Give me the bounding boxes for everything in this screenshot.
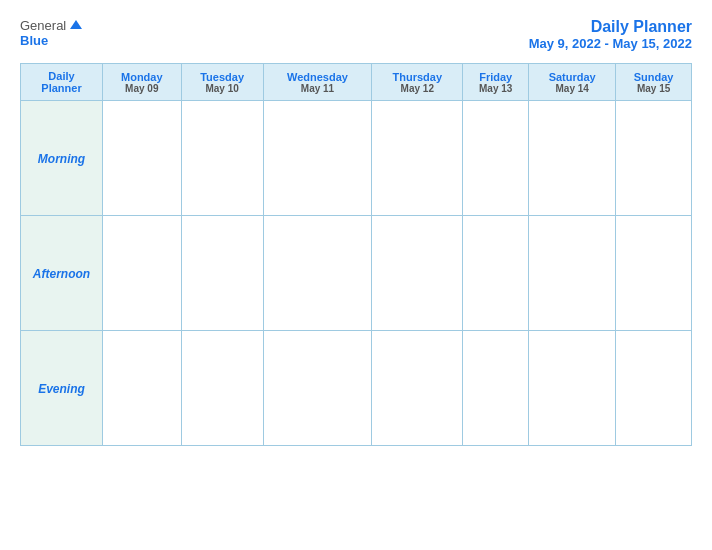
afternoon-row: Afternoon — [21, 216, 692, 331]
svg-marker-0 — [70, 20, 82, 29]
morning-monday[interactable] — [103, 101, 182, 216]
morning-sunday[interactable] — [616, 101, 692, 216]
afternoon-label: Afternoon — [33, 267, 90, 281]
header-saturday: Saturday May 14 — [529, 64, 616, 101]
evening-monday[interactable] — [103, 331, 182, 446]
day-name-friday: Friday — [467, 71, 524, 83]
header-row: Daily Planner Monday May 09 Tuesday May … — [21, 64, 692, 101]
header-wednesday: Wednesday May 11 — [263, 64, 372, 101]
morning-tuesday[interactable] — [181, 101, 263, 216]
logo-icon — [69, 19, 83, 33]
evening-wednesday[interactable] — [263, 331, 372, 446]
planner-dates: May 9, 2022 - May 15, 2022 — [529, 36, 692, 51]
day-date-tuesday: May 10 — [186, 83, 259, 94]
day-name-monday: Monday — [107, 71, 177, 83]
day-name-saturday: Saturday — [533, 71, 611, 83]
evening-tuesday[interactable] — [181, 331, 263, 446]
day-date-friday: May 13 — [467, 83, 524, 94]
header-label-cell: Daily Planner — [21, 64, 103, 101]
morning-label-cell: Morning — [21, 101, 103, 216]
morning-label: Morning — [38, 152, 85, 166]
afternoon-saturday[interactable] — [529, 216, 616, 331]
title-area: Daily Planner May 9, 2022 - May 15, 2022 — [529, 18, 692, 51]
day-date-monday: May 09 — [107, 83, 177, 94]
morning-row: Morning — [21, 101, 692, 216]
evening-thursday[interactable] — [372, 331, 463, 446]
evening-label: Evening — [38, 382, 85, 396]
day-name-tuesday: Tuesday — [186, 71, 259, 83]
morning-friday[interactable] — [463, 101, 529, 216]
day-date-saturday: May 14 — [533, 83, 611, 94]
header-sunday: Sunday May 15 — [616, 64, 692, 101]
evening-friday[interactable] — [463, 331, 529, 446]
day-date-sunday: May 15 — [620, 83, 687, 94]
morning-thursday[interactable] — [372, 101, 463, 216]
header-tuesday: Tuesday May 10 — [181, 64, 263, 101]
day-date-thursday: May 12 — [376, 83, 458, 94]
afternoon-monday[interactable] — [103, 216, 182, 331]
header-label-bottom: Planner — [25, 82, 98, 94]
afternoon-thursday[interactable] — [372, 216, 463, 331]
header-friday: Friday May 13 — [463, 64, 529, 101]
day-name-sunday: Sunday — [620, 71, 687, 83]
header-thursday: Thursday May 12 — [372, 64, 463, 101]
afternoon-label-cell: Afternoon — [21, 216, 103, 331]
header-monday: Monday May 09 — [103, 64, 182, 101]
afternoon-wednesday[interactable] — [263, 216, 372, 331]
logo-text: General — [20, 18, 83, 33]
logo-area: General Blue — [20, 18, 83, 48]
day-date-wednesday: May 11 — [268, 83, 368, 94]
header: General Blue Daily Planner May 9, 2022 -… — [20, 18, 692, 51]
evening-saturday[interactable] — [529, 331, 616, 446]
logo-general-text: General — [20, 18, 66, 33]
logo-blue-text: Blue — [20, 33, 48, 48]
evening-label-cell: Evening — [21, 331, 103, 446]
evening-sunday[interactable] — [616, 331, 692, 446]
day-name-thursday: Thursday — [376, 71, 458, 83]
planner-title: Daily Planner — [529, 18, 692, 36]
header-label-top: Daily — [25, 70, 98, 82]
evening-row: Evening — [21, 331, 692, 446]
afternoon-friday[interactable] — [463, 216, 529, 331]
planner-table: Daily Planner Monday May 09 Tuesday May … — [20, 63, 692, 446]
afternoon-tuesday[interactable] — [181, 216, 263, 331]
morning-wednesday[interactable] — [263, 101, 372, 216]
day-name-wednesday: Wednesday — [268, 71, 368, 83]
page: General Blue Daily Planner May 9, 2022 -… — [0, 0, 712, 550]
afternoon-sunday[interactable] — [616, 216, 692, 331]
morning-saturday[interactable] — [529, 101, 616, 216]
